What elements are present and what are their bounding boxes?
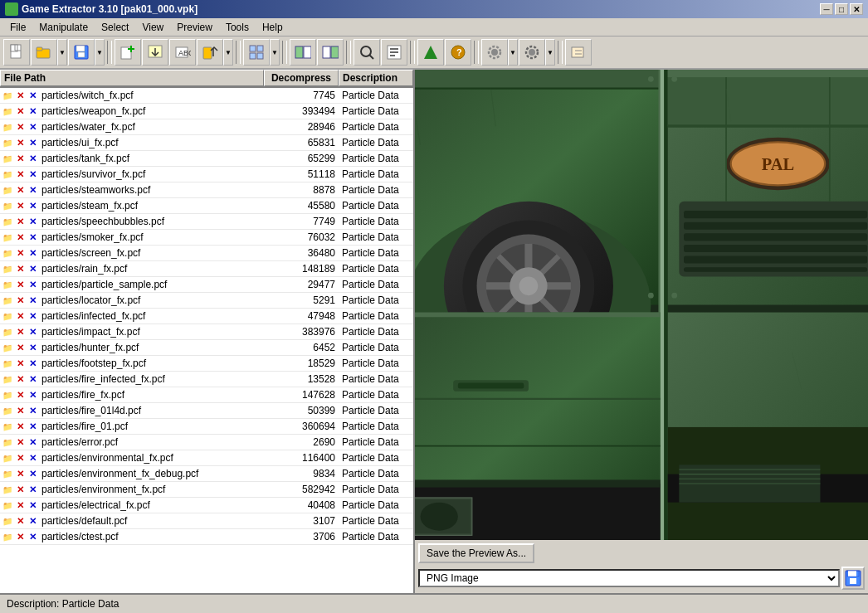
table-row[interactable]: 📁 ✕ ✕ particles/ctest.pcf 3706 Particle … [0,529,413,545]
extract-button[interactable] [142,39,168,66]
table-row[interactable]: 📁 ✕ ✕ particles/impact_fx.pcf 383976 Par… [0,324,413,340]
delete-red-icon[interactable]: ✕ [14,484,26,495]
format-save-icon-button[interactable] [841,567,865,590]
column-header-filepath[interactable]: File Path [0,70,264,86]
delete-red-icon[interactable]: ✕ [14,263,26,275]
delete-blue-icon[interactable]: ✕ [27,90,38,101]
delete-blue-icon[interactable]: ✕ [27,310,38,322]
table-row[interactable]: 📁 ✕ ✕ particles/particle_sample.pcf 2947… [0,277,413,293]
delete-blue-icon[interactable]: ✕ [27,531,38,542]
delete-blue-icon[interactable]: ✕ [27,137,38,148]
menu-tools[interactable]: Tools [219,20,256,35]
table-row[interactable]: 📁 ✕ ✕ particles/steamworks.pcf 8878 Part… [0,182,413,198]
log-button[interactable] [381,39,407,66]
table-row[interactable]: 📁 ✕ ✕ particles/fire_01.pcf 360694 Parti… [0,419,413,435]
options-dropdown[interactable]: ▼ [519,39,555,66]
delete-red-icon[interactable]: ✕ [14,294,26,306]
delete-red-icon[interactable]: ✕ [14,247,26,259]
settings-dropdown-arrow[interactable]: ▼ [508,39,518,66]
delete-blue-icon[interactable]: ✕ [27,216,38,227]
export-dropdown[interactable]: ▼ [197,39,233,66]
delete-blue-icon[interactable]: ✕ [27,279,38,290]
file-list[interactable]: 📁 ✕ ✕ particles/witch_fx.pcf 7745 Partic… [0,88,413,593]
extra-button[interactable] [565,39,592,66]
table-row[interactable]: 📁 ✕ ✕ particles/error.pcf 2690 Particle … [0,435,413,450]
delete-red-icon[interactable]: ✕ [14,373,26,385]
delete-red-icon[interactable]: ✕ [14,121,26,133]
menu-manipulate[interactable]: Manipulate [32,20,95,35]
delete-blue-icon[interactable]: ✕ [27,263,38,275]
table-row[interactable]: 📁 ✕ ✕ particles/environmental_fx.pcf 116… [0,450,413,466]
format-select[interactable]: PNG ImageJPEG ImageBMP ImageTGA Image [418,569,840,587]
delete-red-icon[interactable]: ✕ [14,279,26,290]
delete-blue-icon[interactable]: ✕ [27,468,38,479]
menu-select[interactable]: Select [95,20,135,35]
options-button[interactable] [519,39,545,66]
table-row[interactable]: 📁 ✕ ✕ particles/water_fx.pcf 28946 Parti… [0,119,413,135]
search-button[interactable] [354,39,380,66]
rename-button[interactable]: ABC [169,39,196,66]
table-row[interactable]: 📁 ✕ ✕ particles/fire_infected_fx.pcf 135… [0,372,413,387]
maximize-button[interactable]: □ [835,3,848,15]
table-row[interactable]: 📁 ✕ ✕ particles/tank_fx.pcf 65299 Partic… [0,151,413,167]
settings-dropdown[interactable]: ▼ [481,39,518,66]
delete-red-icon[interactable]: ✕ [14,342,26,353]
save-dropdown[interactable]: ▼ [68,39,105,66]
export-dropdown-arrow[interactable]: ▼ [223,39,233,66]
save-preview-button[interactable]: Save the Preview As... [418,543,534,563]
delete-red-icon[interactable]: ✕ [14,515,26,527]
save-button[interactable] [68,39,95,66]
delete-blue-icon[interactable]: ✕ [27,421,38,432]
delete-red-icon[interactable]: ✕ [14,168,26,180]
delete-blue-icon[interactable]: ✕ [27,168,38,180]
view-dropdown[interactable]: ▼ [243,39,280,66]
delete-blue-icon[interactable]: ✕ [27,247,38,259]
table-row[interactable]: 📁 ✕ ✕ particles/speechbubbles.pcf 7749 P… [0,214,413,230]
table-row[interactable]: 📁 ✕ ✕ particles/fire_01l4d.pcf 50399 Par… [0,403,413,419]
delete-blue-icon[interactable]: ✕ [27,405,38,416]
view-list-button[interactable] [243,39,270,66]
export-button[interactable] [197,39,223,66]
delete-red-icon[interactable]: ✕ [14,358,26,369]
table-row[interactable]: 📁 ✕ ✕ particles/environment_fx.pcf 58294… [0,482,413,498]
tree-button[interactable] [417,39,444,66]
delete-blue-icon[interactable]: ✕ [27,389,38,401]
delete-red-icon[interactable]: ✕ [14,468,26,479]
delete-blue-icon[interactable]: ✕ [27,515,38,527]
view-dropdown-arrow[interactable]: ▼ [270,39,280,66]
delete-red-icon[interactable]: ✕ [14,531,26,542]
delete-red-icon[interactable]: ✕ [14,310,26,322]
table-row[interactable]: 📁 ✕ ✕ particles/hunter_fx.pcf 6452 Parti… [0,340,413,356]
delete-red-icon[interactable]: ✕ [14,137,26,148]
close-button[interactable]: ✕ [850,3,863,15]
delete-red-icon[interactable]: ✕ [14,184,26,196]
table-row[interactable]: 📁 ✕ ✕ particles/fire_fx.pcf 147628 Parti… [0,387,413,403]
table-row[interactable]: 📁 ✕ ✕ particles/weapon_fx.pcf 393494 Par… [0,104,413,119]
delete-red-icon[interactable]: ✕ [14,389,26,401]
delete-blue-icon[interactable]: ✕ [27,452,38,464]
preview-left-button[interactable] [290,39,316,66]
delete-blue-icon[interactable]: ✕ [27,436,38,448]
delete-red-icon[interactable]: ✕ [14,200,26,212]
delete-blue-icon[interactable]: ✕ [27,105,38,117]
delete-blue-icon[interactable]: ✕ [27,121,38,133]
save-dropdown-arrow[interactable]: ▼ [95,39,105,66]
table-row[interactable]: 📁 ✕ ✕ particles/ui_fx.pcf 65831 Particle… [0,135,413,151]
delete-blue-icon[interactable]: ✕ [27,484,38,495]
delete-blue-icon[interactable]: ✕ [27,153,38,164]
table-row[interactable]: 📁 ✕ ✕ particles/smoker_fx.pcf 76032 Part… [0,230,413,246]
delete-blue-icon[interactable]: ✕ [27,342,38,353]
open-button[interactable] [31,39,57,66]
delete-red-icon[interactable]: ✕ [14,452,26,464]
add-files-button[interactable] [115,39,141,66]
delete-blue-icon[interactable]: ✕ [27,184,38,196]
info-button[interactable]: ? [445,39,471,66]
table-row[interactable]: 📁 ✕ ✕ particles/infected_fx.pcf 47948 Pa… [0,309,413,324]
delete-red-icon[interactable]: ✕ [14,405,26,416]
table-row[interactable]: 📁 ✕ ✕ particles/rain_fx.pcf 148189 Parti… [0,261,413,277]
delete-blue-icon[interactable]: ✕ [27,326,38,338]
menu-help[interactable]: Help [256,20,290,35]
delete-red-icon[interactable]: ✕ [14,436,26,448]
column-header-decompress[interactable]: Decompress [264,70,339,86]
table-row[interactable]: 📁 ✕ ✕ particles/locator_fx.pcf 5291 Part… [0,293,413,309]
